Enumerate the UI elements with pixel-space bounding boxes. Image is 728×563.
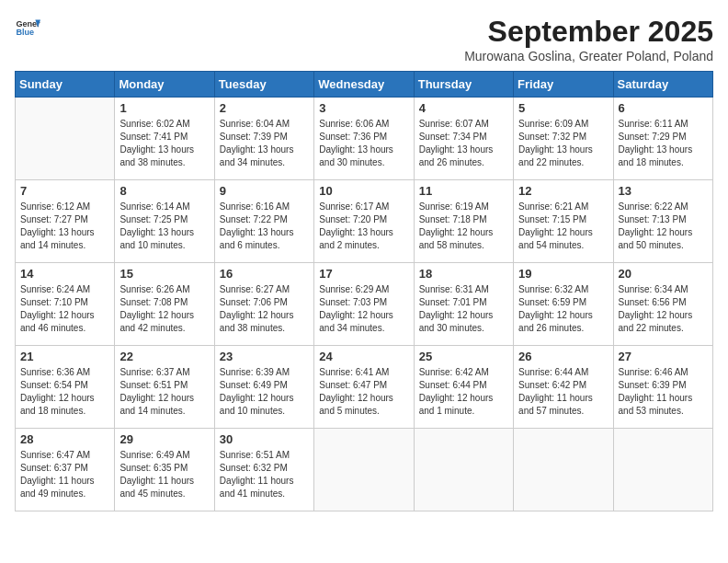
day-info: Sunrise: 6:17 AMSunset: 7:20 PMDaylight:… bbox=[319, 201, 408, 252]
day-number: 4 bbox=[419, 101, 508, 115]
weekday-header-sunday: Sunday bbox=[16, 72, 115, 98]
day-info: Sunrise: 6:49 AMSunset: 6:35 PMDaylight:… bbox=[119, 449, 209, 500]
day-info: Sunrise: 6:11 AMSunset: 7:29 PMDaylight:… bbox=[619, 118, 708, 169]
calendar-week-5: 28Sunrise: 6:47 AMSunset: 6:37 PMDayligh… bbox=[16, 429, 713, 511]
weekday-header-saturday: Saturday bbox=[613, 72, 712, 98]
calendar-cell: 26Sunrise: 6:44 AMSunset: 6:42 PMDayligh… bbox=[514, 346, 613, 429]
calendar-cell: 22Sunrise: 6:37 AMSunset: 6:51 PMDayligh… bbox=[115, 346, 214, 429]
day-info: Sunrise: 6:26 AMSunset: 7:08 PMDaylight:… bbox=[119, 283, 209, 335]
day-info: Sunrise: 6:21 AMSunset: 7:15 PMDaylight:… bbox=[518, 201, 608, 252]
day-number: 9 bbox=[220, 184, 309, 198]
day-info: Sunrise: 6:36 AMSunset: 6:54 PMDaylight:… bbox=[20, 366, 109, 418]
calendar-cell: 16Sunrise: 6:27 AMSunset: 7:06 PMDayligh… bbox=[214, 263, 313, 346]
day-number: 22 bbox=[119, 350, 209, 363]
title-block: September 2025 Murowana Goslina, Greater… bbox=[464, 15, 713, 63]
day-number: 13 bbox=[619, 184, 708, 198]
calendar-cell: 24Sunrise: 6:41 AMSunset: 6:47 PMDayligh… bbox=[314, 346, 414, 429]
calendar-week-2: 7Sunrise: 6:12 AMSunset: 7:27 PMDaylight… bbox=[16, 180, 713, 263]
day-number: 16 bbox=[220, 267, 309, 281]
day-number: 14 bbox=[20, 267, 109, 281]
day-number: 11 bbox=[419, 184, 508, 198]
day-info: Sunrise: 6:39 AMSunset: 6:49 PMDaylight:… bbox=[220, 366, 309, 418]
day-number: 29 bbox=[119, 432, 209, 446]
day-info: Sunrise: 6:51 AMSunset: 6:32 PMDaylight:… bbox=[220, 449, 309, 500]
month-title: September 2025 bbox=[464, 15, 713, 49]
day-number: 27 bbox=[619, 350, 708, 363]
day-number: 26 bbox=[518, 350, 608, 363]
day-info: Sunrise: 6:22 AMSunset: 7:13 PMDaylight:… bbox=[619, 201, 708, 252]
day-info: Sunrise: 6:02 AMSunset: 7:41 PMDaylight:… bbox=[119, 118, 209, 169]
day-number: 8 bbox=[119, 184, 209, 198]
calendar-cell: 15Sunrise: 6:26 AMSunset: 7:08 PMDayligh… bbox=[115, 263, 214, 346]
calendar-body: 1Sunrise: 6:02 AMSunset: 7:41 PMDaylight… bbox=[16, 98, 713, 511]
day-number: 12 bbox=[518, 184, 608, 198]
calendar-cell: 1Sunrise: 6:02 AMSunset: 7:41 PMDaylight… bbox=[115, 98, 214, 180]
weekday-header-monday: Monday bbox=[115, 72, 214, 98]
calendar-cell: 18Sunrise: 6:31 AMSunset: 7:01 PMDayligh… bbox=[414, 263, 513, 346]
day-info: Sunrise: 6:27 AMSunset: 7:06 PMDaylight:… bbox=[220, 283, 309, 335]
calendar-cell bbox=[314, 429, 414, 511]
day-number: 1 bbox=[119, 101, 209, 115]
day-number: 20 bbox=[619, 267, 708, 281]
calendar-cell: 14Sunrise: 6:24 AMSunset: 7:10 PMDayligh… bbox=[16, 263, 115, 346]
day-number: 28 bbox=[20, 432, 109, 446]
calendar-cell: 10Sunrise: 6:17 AMSunset: 7:20 PMDayligh… bbox=[314, 180, 414, 263]
calendar-cell: 28Sunrise: 6:47 AMSunset: 6:37 PMDayligh… bbox=[16, 429, 115, 511]
day-number: 24 bbox=[319, 350, 408, 363]
calendar-cell: 13Sunrise: 6:22 AMSunset: 7:13 PMDayligh… bbox=[613, 180, 712, 263]
day-number: 6 bbox=[619, 101, 708, 115]
day-info: Sunrise: 6:16 AMSunset: 7:22 PMDaylight:… bbox=[220, 201, 309, 252]
day-info: Sunrise: 6:34 AMSunset: 6:56 PMDaylight:… bbox=[619, 283, 708, 335]
day-info: Sunrise: 6:31 AMSunset: 7:01 PMDaylight:… bbox=[419, 283, 508, 335]
calendar-cell: 21Sunrise: 6:36 AMSunset: 6:54 PMDayligh… bbox=[16, 346, 115, 429]
day-info: Sunrise: 6:32 AMSunset: 6:59 PMDaylight:… bbox=[518, 283, 608, 335]
day-info: Sunrise: 6:07 AMSunset: 7:34 PMDaylight:… bbox=[419, 118, 508, 169]
day-info: Sunrise: 6:37 AMSunset: 6:51 PMDaylight:… bbox=[119, 366, 209, 418]
calendar-cell bbox=[16, 98, 115, 180]
calendar-cell: 2Sunrise: 6:04 AMSunset: 7:39 PMDaylight… bbox=[214, 98, 313, 180]
weekday-header-thursday: Thursday bbox=[414, 72, 513, 98]
calendar-week-1: 1Sunrise: 6:02 AMSunset: 7:41 PMDaylight… bbox=[16, 98, 713, 180]
location-subtitle: Murowana Goslina, Greater Poland, Poland bbox=[464, 49, 713, 63]
day-number: 5 bbox=[518, 101, 608, 115]
day-number: 25 bbox=[419, 350, 508, 363]
day-info: Sunrise: 6:09 AMSunset: 7:32 PMDaylight:… bbox=[518, 118, 608, 169]
calendar-cell: 12Sunrise: 6:21 AMSunset: 7:15 PMDayligh… bbox=[514, 180, 613, 263]
calendar-table: SundayMondayTuesdayWednesdayThursdayFrid… bbox=[15, 71, 713, 511]
day-info: Sunrise: 6:47 AMSunset: 6:37 PMDaylight:… bbox=[20, 449, 109, 500]
weekday-header-friday: Friday bbox=[514, 72, 613, 98]
day-info: Sunrise: 6:06 AMSunset: 7:36 PMDaylight:… bbox=[319, 118, 408, 169]
calendar-cell: 9Sunrise: 6:16 AMSunset: 7:22 PMDaylight… bbox=[214, 180, 313, 263]
calendar-cell: 23Sunrise: 6:39 AMSunset: 6:49 PMDayligh… bbox=[214, 346, 313, 429]
calendar-cell: 8Sunrise: 6:14 AMSunset: 7:25 PMDaylight… bbox=[115, 180, 214, 263]
day-info: Sunrise: 6:42 AMSunset: 6:44 PMDaylight:… bbox=[419, 366, 508, 418]
calendar-cell: 27Sunrise: 6:46 AMSunset: 6:39 PMDayligh… bbox=[613, 346, 712, 429]
calendar-cell: 19Sunrise: 6:32 AMSunset: 6:59 PMDayligh… bbox=[514, 263, 613, 346]
day-info: Sunrise: 6:14 AMSunset: 7:25 PMDaylight:… bbox=[119, 201, 209, 252]
day-number: 30 bbox=[220, 432, 309, 446]
calendar-cell bbox=[613, 429, 712, 511]
calendar-cell: 7Sunrise: 6:12 AMSunset: 7:27 PMDaylight… bbox=[16, 180, 115, 263]
logo: General Blue bbox=[15, 15, 44, 40]
day-info: Sunrise: 6:44 AMSunset: 6:42 PMDaylight:… bbox=[518, 366, 608, 418]
calendar-cell: 11Sunrise: 6:19 AMSunset: 7:18 PMDayligh… bbox=[414, 180, 513, 263]
weekday-header-wednesday: Wednesday bbox=[314, 72, 414, 98]
calendar-cell: 3Sunrise: 6:06 AMSunset: 7:36 PMDaylight… bbox=[314, 98, 414, 180]
day-info: Sunrise: 6:24 AMSunset: 7:10 PMDaylight:… bbox=[20, 283, 109, 335]
day-number: 2 bbox=[220, 101, 309, 115]
day-number: 3 bbox=[319, 101, 408, 115]
day-number: 23 bbox=[220, 350, 309, 363]
day-number: 17 bbox=[319, 267, 408, 281]
day-info: Sunrise: 6:29 AMSunset: 7:03 PMDaylight:… bbox=[319, 283, 408, 335]
day-number: 21 bbox=[20, 350, 109, 363]
calendar-cell: 4Sunrise: 6:07 AMSunset: 7:34 PMDaylight… bbox=[414, 98, 513, 180]
calendar-cell bbox=[414, 429, 513, 511]
calendar-cell: 30Sunrise: 6:51 AMSunset: 6:32 PMDayligh… bbox=[214, 429, 313, 511]
day-info: Sunrise: 6:41 AMSunset: 6:47 PMDaylight:… bbox=[319, 366, 408, 418]
day-info: Sunrise: 6:19 AMSunset: 7:18 PMDaylight:… bbox=[419, 201, 508, 252]
day-number: 15 bbox=[119, 267, 209, 281]
calendar-cell: 25Sunrise: 6:42 AMSunset: 6:44 PMDayligh… bbox=[414, 346, 513, 429]
day-number: 10 bbox=[319, 184, 408, 198]
day-number: 18 bbox=[419, 267, 508, 281]
calendar-cell: 6Sunrise: 6:11 AMSunset: 7:29 PMDaylight… bbox=[613, 98, 712, 180]
